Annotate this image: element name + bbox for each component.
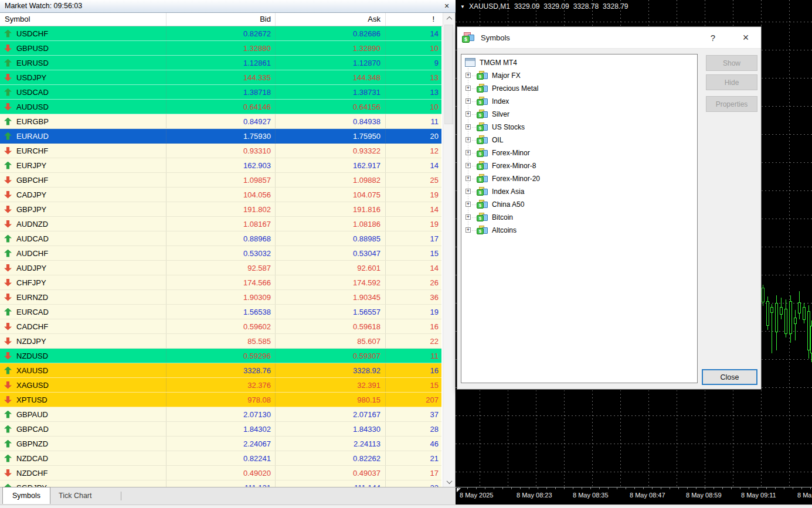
tree-item-forex-minor-8[interactable]: +$Forex-Minor-8 <box>461 159 697 172</box>
market-watch-row[interactable]: EURGBP0.849270.8493811 <box>0 114 441 129</box>
tree-item-bitcoin[interactable]: +$Bitcoin <box>461 211 697 224</box>
market-watch-row[interactable]: EURJPY162.903162.91714 <box>0 158 441 173</box>
scroll-up-button[interactable] <box>443 13 455 23</box>
expand-plus-icon[interactable]: + <box>466 86 471 91</box>
axis-tick <box>634 487 635 489</box>
market-watch-row[interactable]: GBPAUD2.071302.0716737 <box>0 407 441 422</box>
tree-item-oil[interactable]: +$OIL <box>461 134 697 146</box>
bid-value: 0.84927 <box>167 114 276 128</box>
expand-plus-icon[interactable]: + <box>466 189 471 194</box>
market-watch-row[interactable]: EURNZD1.903091.9034536 <box>0 290 441 305</box>
tree-item-china-a50[interactable]: +$China A50 <box>461 198 697 211</box>
tree-item-precious-metal[interactable]: +$Precious Metal <box>461 82 697 95</box>
market-watch-row[interactable]: GBPCHF1.098571.0988225 <box>0 173 441 187</box>
market-watch-row[interactable]: AUDNZD1.081671.0818619 <box>0 217 441 231</box>
chart-dropdown-icon[interactable]: ▼ <box>460 4 465 9</box>
market-watch-row[interactable]: NZDUSD0.592960.5930711 <box>0 349 441 363</box>
market-watch-row[interactable]: USDCHF0.826720.8268614 <box>0 26 441 41</box>
symbols-dialog-titlebar[interactable]: $ Symbols ? × <box>457 27 761 49</box>
spread-value: 10 <box>386 41 441 55</box>
tab-symbols[interactable]: Symbols <box>2 487 50 504</box>
market-watch-row[interactable]: EURAUD1.759301.7595020 <box>0 129 441 144</box>
expand-plus-icon[interactable]: + <box>466 111 471 117</box>
symbol-name: XAUUSD <box>16 366 48 375</box>
symbol-cell: GBPCHF <box>0 173 167 187</box>
market-watch-row[interactable]: NZDJPY85.58585.60722 <box>0 334 441 349</box>
market-watch-row[interactable]: XAGUSD32.37632.39115 <box>0 378 441 393</box>
expand-plus-icon[interactable]: + <box>466 98 471 104</box>
expand-plus-icon[interactable]: + <box>466 202 471 207</box>
spread-value: 15 <box>386 246 441 260</box>
market-watch-row[interactable]: USDCAD1.387181.3873113 <box>0 85 441 100</box>
tree-item-forex-minor[interactable]: +$Forex-Minor <box>461 146 697 159</box>
column-header-symbol[interactable]: Symbol <box>0 13 167 26</box>
close-button[interactable]: Close <box>702 369 757 385</box>
market-watch-row[interactable]: GBPNZD2.240672.2411346 <box>0 437 441 451</box>
scroll-thumb[interactable] <box>444 25 453 124</box>
trend-down-icon <box>4 103 12 111</box>
expand-plus-icon[interactable]: + <box>466 214 471 220</box>
expand-plus-icon[interactable]: + <box>466 163 471 168</box>
expand-plus-icon[interactable]: + <box>466 137 471 142</box>
properties-button[interactable]: Properties <box>706 96 757 112</box>
market-watch-row[interactable]: CHFJPY174.566174.59226 <box>0 275 441 290</box>
column-header-bid[interactable]: Bid <box>167 13 276 26</box>
column-header-ask[interactable]: Ask <box>276 13 386 26</box>
tree-item-index-asia[interactable]: +$Index Asia <box>461 185 697 198</box>
hide-button[interactable]: Hide <box>706 74 757 90</box>
column-header-spread[interactable]: ! <box>386 13 441 26</box>
tab-tick-chart[interactable]: Tick Chart <box>59 487 92 504</box>
market-watch-row[interactable]: AUDCHF0.530320.5304715 <box>0 246 441 261</box>
help-button[interactable]: ? <box>706 31 720 45</box>
tree-root-item[interactable]: TMGM MT4 <box>461 56 697 69</box>
market-watch-close-icon[interactable]: × <box>442 1 451 11</box>
tree-item-forex-minor-20[interactable]: +$Forex-Minor-20 <box>461 172 697 185</box>
tree-item-us-stocks[interactable]: +$US Stocks <box>461 121 697 134</box>
spread-value: 46 <box>386 437 441 451</box>
market-watch-row[interactable]: AUDUSD0.641460.6415610 <box>0 100 441 114</box>
market-watch-scrollbar[interactable] <box>443 13 454 487</box>
ask-value: 144.348 <box>276 70 386 84</box>
market-watch-row[interactable]: CADJPY104.056104.07519 <box>0 187 441 202</box>
trend-down-icon <box>4 396 12 404</box>
market-watch-row[interactable]: SGDJPY111.131111.14423 <box>0 480 441 487</box>
expand-plus-icon[interactable]: + <box>466 124 471 129</box>
market-watch-row[interactable]: NZDCHF0.490200.4903717 <box>0 466 441 480</box>
expand-plus-icon[interactable]: + <box>466 227 471 233</box>
trend-up-icon <box>4 132 12 140</box>
axis-tick <box>714 487 714 489</box>
market-watch-row[interactable]: XAUUSD3328.763328.9216 <box>0 363 441 378</box>
expand-plus-icon[interactable]: + <box>466 176 471 181</box>
tree-item-major-fx[interactable]: +$Major FX <box>461 69 697 82</box>
expand-plus-icon[interactable]: + <box>466 150 471 155</box>
tree-item-index[interactable]: +$Index <box>461 95 697 108</box>
dialog-close-icon[interactable]: × <box>736 30 755 46</box>
market-watch-row[interactable]: GBPJPY191.802191.81614 <box>0 202 441 217</box>
show-button[interactable]: Show <box>706 55 757 71</box>
market-watch-row[interactable]: GBPUSD1.328801.3289010 <box>0 41 441 56</box>
candle-body <box>794 318 797 324</box>
tree-item-altcoins[interactable]: +$Altcoins <box>461 224 697 237</box>
market-watch-row[interactable]: EURUSD1.128611.128709 <box>0 56 441 70</box>
market-watch-row[interactable]: GBPCAD1.843021.8433028 <box>0 422 441 437</box>
axis-tick <box>494 487 494 489</box>
symbols-dialog-icon: $ <box>462 32 475 43</box>
expand-plus-icon[interactable]: + <box>466 73 471 78</box>
spread-value: 207 <box>386 393 441 407</box>
symbol-cell: NZDJPY <box>0 334 167 348</box>
market-watch-row[interactable]: USDJPY144.335144.34813 <box>0 70 441 85</box>
ask-value: 92.601 <box>276 261 386 275</box>
market-watch-row[interactable]: EURCHF0.933100.9332212 <box>0 144 441 158</box>
market-watch-row[interactable]: NZDCAD0.822410.8226221 <box>0 451 441 466</box>
market-watch-row[interactable]: EURCAD1.565381.5655719 <box>0 305 441 319</box>
market-watch-row[interactable]: XPTUSD978.08980.15207 <box>0 393 441 407</box>
market-watch-row[interactable]: CADCHF0.596020.5961816 <box>0 319 441 334</box>
market-watch-row[interactable]: AUDJPY92.58792.60114 <box>0 261 441 275</box>
symbol-cell: CADJPY <box>0 187 167 202</box>
symbol-cell: GBPCAD <box>0 422 167 436</box>
tree-item-silver[interactable]: +$Silver <box>461 108 697 121</box>
symbol-cell: USDCHF <box>0 26 167 40</box>
scroll-down-button[interactable] <box>443 476 455 487</box>
market-watch-titlebar[interactable]: Market Watch: 09:56:03 × <box>0 0 456 13</box>
market-watch-row[interactable]: AUDCAD0.889680.8898517 <box>0 231 441 246</box>
